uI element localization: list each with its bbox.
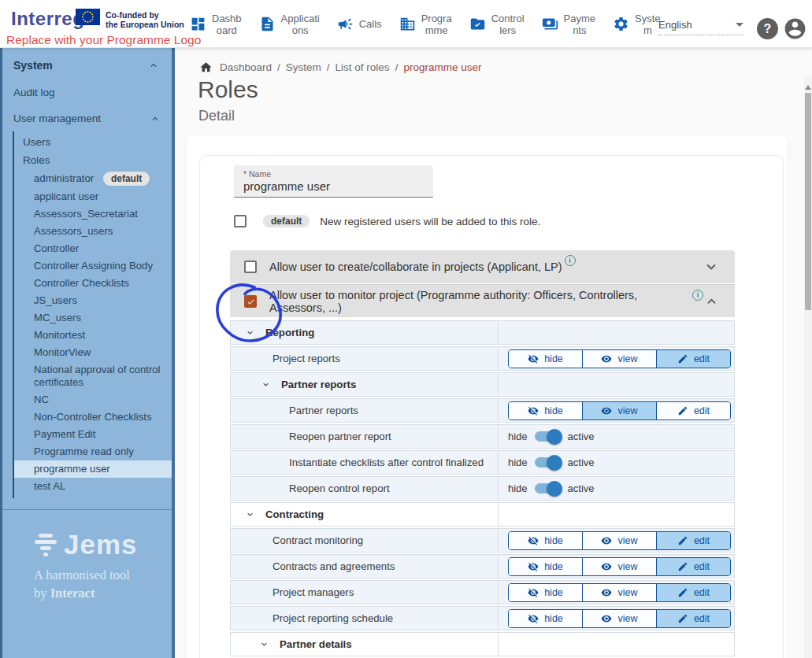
toggle-on-label: active	[568, 431, 595, 442]
sidebar-section-system[interactable]: System	[2, 48, 172, 79]
view-button[interactable]: view	[582, 584, 656, 601]
hide-button[interactable]: hide	[509, 610, 582, 627]
sidebar-role-assessors-users[interactable]: Assessors_users	[14, 223, 172, 240]
chevron-down-icon[interactable]	[259, 639, 269, 649]
eye-icon	[601, 535, 612, 546]
nav-item-programme[interactable]: Progra mme	[391, 0, 461, 48]
view-button[interactable]: view	[582, 402, 656, 420]
home-icon[interactable]	[199, 61, 213, 74]
scrollbar-up-arrow[interactable]	[805, 82, 811, 90]
create-collaborate-checkbox[interactable]	[244, 261, 257, 273]
chevron-down-icon[interactable]	[245, 509, 255, 519]
view-button[interactable]: view	[582, 610, 656, 627]
nav-icon	[190, 16, 206, 32]
edit-button[interactable]: edit	[656, 532, 730, 549]
chevron-down-icon[interactable]	[703, 258, 720, 275]
edit-button[interactable]: edit	[656, 584, 730, 601]
toggle-switch[interactable]	[535, 431, 561, 442]
default-checkbox[interactable]	[234, 215, 247, 227]
eye-off-icon	[528, 561, 539, 572]
edit-button[interactable]: edit	[656, 610, 730, 627]
nav-item-controllers[interactable]: Control lers	[461, 0, 533, 48]
sidebar-user-management-group: Users Roles administrator default applic…	[13, 131, 172, 498]
hide-button[interactable]: hide	[509, 402, 582, 420]
view-button[interactable]: view	[582, 558, 656, 575]
sidebar-role-controller-checklists[interactable]: Controller Checklists	[14, 275, 172, 292]
sidebar-role-nc[interactable]: NC	[14, 391, 172, 408]
edit-button[interactable]: edit	[656, 350, 730, 368]
permission-row-partner-reports: Partner reports hide view edit	[230, 398, 735, 423]
sidebar-role-administrator[interactable]: administrator default	[14, 169, 172, 188]
sidebar-role-monitorview[interactable]: MonitorView	[14, 344, 172, 361]
view-button[interactable]: view	[582, 350, 656, 368]
permission-level-button-group: hide view edit	[508, 583, 731, 602]
chevron-up-icon[interactable]	[150, 113, 161, 124]
chevron-down-icon[interactable]	[261, 379, 271, 390]
default-role-row: default New registered users will be add…	[234, 215, 540, 227]
info-icon[interactable]: i	[692, 290, 703, 301]
user-account-button[interactable]	[783, 17, 807, 41]
sidebar-role-controller-assigning-body[interactable]: Controller Assigning Body	[14, 257, 172, 275]
hide-button[interactable]: hide	[509, 558, 582, 575]
sidebar-item-roles[interactable]: Roles	[14, 151, 172, 169]
panel-monitor-project[interactable]: Allow user to monitor project (Programme…	[230, 284, 735, 317]
language-value: English	[658, 19, 692, 31]
toggle-switch[interactable]	[535, 483, 561, 494]
eye-icon	[601, 353, 612, 364]
nav-item-applications[interactable]: Applicati ons	[250, 0, 328, 48]
monitor-project-checkbox[interactable]	[244, 295, 257, 308]
language-select[interactable]: English	[658, 19, 743, 35]
breadcrumb-dashboard[interactable]: Dashboard	[220, 61, 272, 73]
sidebar-role-programme-user[interactable]: programme user	[14, 460, 172, 478]
eye-off-icon	[528, 535, 539, 546]
nav-item-payments[interactable]: Payme nts	[533, 0, 604, 48]
chevron-up-icon[interactable]	[148, 60, 159, 71]
permission-row-reporting: Reporting	[230, 320, 735, 345]
chevron-up-icon[interactable]	[703, 293, 720, 310]
sidebar-section-label: System	[13, 59, 53, 72]
nav-item-calls[interactable]: Calls	[328, 0, 391, 48]
sidebar-role-test-al[interactable]: test AL	[14, 478, 172, 495]
edit-button[interactable]: edit	[656, 558, 730, 575]
edit-button[interactable]: edit	[656, 402, 730, 420]
chevron-down-icon[interactable]	[245, 327, 255, 338]
permission-label: Reporting	[265, 327, 314, 338]
hide-button[interactable]: hide	[509, 532, 582, 549]
hide-button[interactable]: hide	[509, 584, 582, 601]
hide-button[interactable]: hide	[509, 350, 582, 368]
breadcrumb: Dashboard / System / List of roles / pro…	[199, 61, 481, 74]
view-button[interactable]: view	[582, 532, 656, 549]
nav-item-dashboard[interactable]: Dashb oard	[181, 0, 250, 48]
sidebar-role-national-approval-of-control-certificates[interactable]: National approval of control certificate…	[14, 361, 172, 391]
pencil-icon	[677, 613, 688, 624]
sidebar-role-assessors-secretariat[interactable]: Assessors_Secretariat	[14, 205, 172, 223]
permission-row-contract-monitoring: Contract monitoring hide view edit	[230, 528, 735, 553]
nav-item-label: Syste m	[635, 13, 661, 36]
name-input[interactable]	[243, 179, 424, 193]
panel-create-collaborate[interactable]: Allow user to create/collaborate in proj…	[230, 250, 735, 283]
scrollbar-thumb[interactable]	[805, 93, 811, 310]
sidebar-role-programme-read-only[interactable]: Programme read only	[14, 443, 172, 460]
jems-logo-block: Jems A harmonised tool by Interact	[2, 510, 172, 601]
breadcrumb-list-of-roles[interactable]: List of roles	[336, 61, 390, 73]
toggle-switch[interactable]	[535, 457, 561, 468]
nav-item-label: Applicati ons	[281, 13, 320, 36]
chevron-down-icon	[736, 23, 743, 31]
breadcrumb-system[interactable]: System	[286, 61, 321, 73]
sidebar-item-user-management[interactable]: User management	[2, 105, 172, 131]
page-subtitle: Detail	[198, 108, 235, 124]
sidebar-role-applicant-user[interactable]: applicant user	[14, 188, 172, 205]
sidebar-role-mc-users[interactable]: MC_users	[14, 309, 172, 327]
sidebar-role-monitortest[interactable]: Monitortest	[14, 327, 172, 344]
permission-row-contracting: Contracting	[230, 502, 735, 527]
nav-icon	[469, 16, 486, 32]
sidebar-role-non-controller-checklists[interactable]: Non-Controller Checklists	[14, 408, 172, 426]
sidebar-role-payment-edit[interactable]: Payment Edit	[14, 426, 172, 443]
name-field[interactable]: * Name	[234, 165, 433, 198]
info-icon[interactable]: i	[565, 255, 576, 266]
sidebar-role-js-users[interactable]: JS_users	[14, 292, 172, 309]
sidebar-role-controller[interactable]: Controller	[14, 240, 172, 257]
sidebar-item-audit-log[interactable]: Audit log	[2, 79, 172, 105]
sidebar-item-users[interactable]: Users	[14, 133, 172, 151]
help-button[interactable]: ?	[757, 18, 778, 39]
